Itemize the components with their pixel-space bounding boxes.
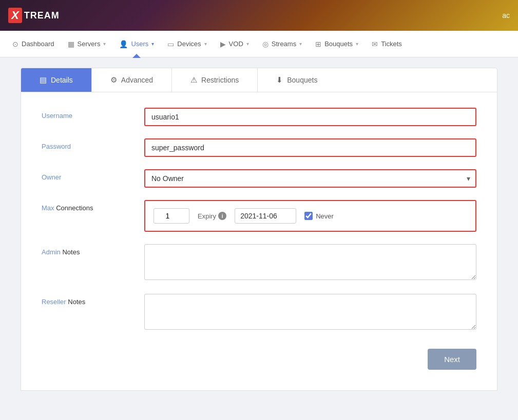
tickets-icon: ✉ — [372, 40, 378, 48]
nav-vod-label: VOD — [229, 40, 243, 48]
details-tab-icon: ▤ — [40, 75, 47, 85]
advanced-tab-icon: ⚙ — [110, 75, 117, 85]
reseller-label-part2: Notes — [68, 298, 85, 306]
logo-tream: TREAM — [24, 10, 60, 21]
reseller-label-part1: Reseller — [42, 298, 66, 306]
tab-details[interactable]: ▤ Details — [21, 68, 92, 92]
main-content: ▤ Details ⚙ Advanced ⚠ Restrictions ⬇ Bo… — [0, 57, 518, 401]
admin-notes-row: Admin Notes — [42, 244, 476, 282]
admin-notes-label: Admin Notes — [42, 244, 144, 256]
max-connections-row: Max Connections Expiry i Never — [42, 200, 476, 232]
dashboard-icon: ⊙ — [12, 40, 18, 48]
tab-restrictions-label: Restrictions — [201, 76, 239, 84]
owner-control: No Owner Admin ▾ — [144, 169, 476, 188]
devices-chevron: ▾ — [204, 41, 207, 47]
nav-servers[interactable]: ▦ Servers ▾ — [62, 31, 112, 57]
tab-bouquets[interactable]: ⬇ Bouquets — [258, 68, 336, 92]
tab-advanced-label: Advanced — [121, 76, 153, 84]
max-connections-input[interactable] — [154, 208, 189, 224]
reseller-notes-label: Reseller Notes — [42, 294, 144, 306]
nav-bouquets-label: Bouquets — [324, 40, 353, 48]
nav-servers-label: Servers — [78, 40, 101, 48]
streams-icon: ◎ — [262, 40, 268, 48]
expiry-text: Expiry — [198, 212, 216, 220]
never-checkbox[interactable] — [304, 212, 313, 220]
max-connections-label: Max Connections — [42, 200, 144, 212]
restrictions-tab-icon: ⚠ — [190, 75, 197, 85]
navbar: ⊙ Dashboard ▦ Servers ▾ 👤 Users ▾ ▭ Devi… — [0, 31, 518, 57]
owner-row: Owner No Owner Admin ▾ — [42, 169, 476, 188]
tab-details-label: Details — [51, 76, 73, 84]
max-label-part1: Max — [42, 204, 56, 212]
servers-chevron: ▾ — [103, 41, 106, 47]
reseller-notes-row: Reseller Notes — [42, 294, 476, 331]
username-row: Username — [42, 108, 476, 126]
max-label-part2: Connections — [56, 204, 93, 212]
vod-icon: ▶ — [220, 40, 226, 48]
nav-tickets-label: Tickets — [381, 40, 402, 48]
owner-select-wrapper: No Owner Admin ▾ — [144, 169, 476, 188]
user-initial: ac — [502, 11, 510, 19]
password-input[interactable] — [144, 138, 476, 157]
servers-icon: ▦ — [68, 40, 74, 48]
max-connections-control: Expiry i Never — [144, 200, 476, 232]
reseller-notes-textarea[interactable] — [144, 294, 476, 330]
never-checkbox-group: Never — [304, 212, 334, 220]
never-label: Never — [316, 212, 334, 220]
owner-label: Owner — [42, 169, 144, 181]
nav-devices[interactable]: ▭ Devices ▾ — [161, 31, 213, 57]
nav-devices-label: Devices — [177, 40, 201, 48]
admin-label-part2: Notes — [62, 248, 80, 256]
nav-bouquets[interactable]: ⊞ Bouquets ▾ — [309, 31, 364, 57]
nav-users[interactable]: 👤 Users ▾ — [113, 31, 160, 57]
next-button[interactable]: Next — [428, 349, 476, 370]
nav-vod[interactable]: ▶ VOD ▾ — [214, 31, 255, 57]
users-chevron: ▾ — [151, 41, 154, 47]
owner-select[interactable]: No Owner Admin — [144, 169, 476, 188]
form-panel: Username Password Owner No Owner Admin — [21, 92, 497, 391]
expiry-info-icon[interactable]: i — [218, 212, 226, 220]
bouquets-icon: ⊞ — [315, 40, 321, 48]
tab-bouquets-label: Bouquets — [287, 76, 317, 84]
devices-icon: ▭ — [167, 40, 174, 48]
nav-dashboard-label: Dashboard — [22, 40, 54, 48]
reseller-notes-control — [144, 294, 476, 331]
password-row: Password — [42, 138, 476, 157]
expiry-date-input[interactable] — [235, 208, 296, 224]
tab-restrictions[interactable]: ⚠ Restrictions — [172, 68, 258, 92]
users-icon: 👤 — [119, 40, 128, 48]
admin-notes-textarea[interactable] — [144, 244, 476, 280]
password-label: Password — [42, 138, 144, 150]
bouquets-chevron: ▾ — [356, 41, 358, 47]
admin-label-part1: Admin — [42, 248, 61, 256]
bouquets-tab-icon: ⬇ — [276, 75, 283, 85]
password-control — [144, 138, 476, 157]
nav-dashboard[interactable]: ⊙ Dashboard — [6, 31, 61, 57]
username-input[interactable] — [144, 108, 476, 126]
tab-bar: ▤ Details ⚙ Advanced ⚠ Restrictions ⬇ Bo… — [21, 68, 497, 92]
username-control — [144, 108, 476, 126]
admin-notes-control — [144, 244, 476, 282]
nav-users-label: Users — [131, 40, 148, 48]
logo-x: X — [8, 8, 22, 23]
nav-streams-label: Streams — [272, 40, 296, 48]
expiry-label: Expiry i — [198, 212, 226, 220]
username-label: Username — [42, 108, 144, 119]
streams-chevron: ▾ — [299, 41, 302, 47]
tab-advanced[interactable]: ⚙ Advanced — [92, 68, 172, 92]
vod-chevron: ▾ — [246, 41, 249, 47]
form-actions: Next — [42, 344, 476, 370]
logo: X TREAM — [8, 8, 60, 23]
nav-streams[interactable]: ◎ Streams ▾ — [256, 31, 308, 57]
nav-tickets[interactable]: ✉ Tickets — [366, 31, 408, 57]
max-connections-wrapper: Expiry i Never — [144, 200, 476, 232]
top-banner: X TREAM ac — [0, 0, 518, 31]
